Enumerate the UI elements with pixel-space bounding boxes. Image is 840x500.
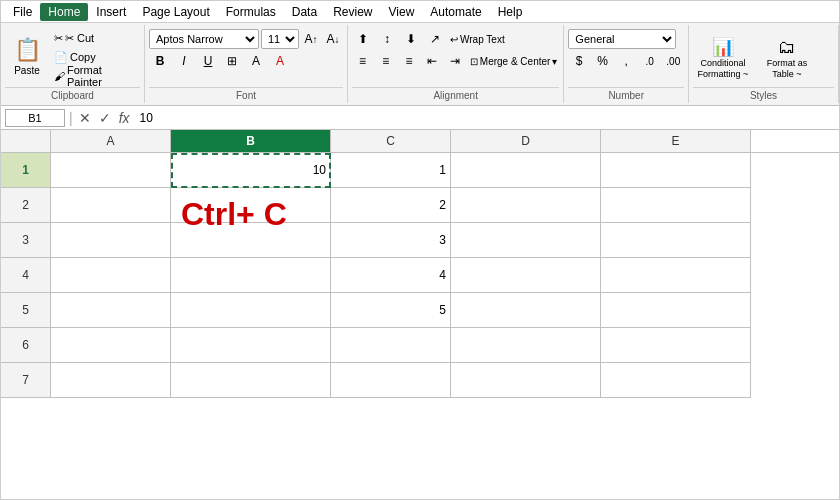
copy-icon: 📄 bbox=[54, 51, 68, 64]
currency-button[interactable]: $ bbox=[568, 51, 590, 71]
cut-button[interactable]: ✂ ✂ Cut bbox=[51, 29, 140, 47]
cell-d4[interactable] bbox=[451, 258, 601, 293]
fill-color-button[interactable]: A bbox=[245, 51, 267, 71]
ctrl-c-label: Ctrl+ C bbox=[181, 196, 287, 233]
cell-c4[interactable]: 4 bbox=[331, 258, 451, 293]
align-center-button[interactable]: ≡ bbox=[375, 51, 396, 71]
cell-reference-box[interactable] bbox=[5, 109, 65, 127]
menu-help[interactable]: Help bbox=[490, 3, 531, 21]
cell-a6[interactable] bbox=[51, 328, 171, 363]
decrease-decimal-button[interactable]: .0 bbox=[639, 51, 661, 71]
col-header-d[interactable]: D bbox=[451, 130, 601, 152]
menu-page-layout[interactable]: Page Layout bbox=[134, 3, 217, 21]
cell-a4[interactable] bbox=[51, 258, 171, 293]
col-header-b[interactable]: B bbox=[171, 130, 331, 152]
cell-a1[interactable] bbox=[51, 153, 171, 188]
menu-data[interactable]: Data bbox=[284, 3, 325, 21]
format-painter-button[interactable]: 🖌 Format Painter bbox=[51, 67, 140, 85]
cell-d1[interactable] bbox=[451, 153, 601, 188]
grid-row-4: 4 4 bbox=[1, 258, 839, 293]
cell-b6[interactable] bbox=[171, 328, 331, 363]
col-header-c[interactable]: C bbox=[331, 130, 451, 152]
cell-b4[interactable] bbox=[171, 258, 331, 293]
row-header-2[interactable]: 2 bbox=[1, 188, 51, 223]
font-select[interactable]: Aptos Narrow bbox=[149, 29, 259, 49]
cell-a3[interactable] bbox=[51, 223, 171, 258]
menu-formulas[interactable]: Formulas bbox=[218, 3, 284, 21]
cell-e3[interactable] bbox=[601, 223, 751, 258]
cell-e4[interactable] bbox=[601, 258, 751, 293]
cell-d6[interactable] bbox=[451, 328, 601, 363]
menu-file[interactable]: File bbox=[5, 3, 40, 21]
increase-decimal-button[interactable]: .00 bbox=[662, 51, 684, 71]
percent-button[interactable]: % bbox=[592, 51, 614, 71]
formula-separator: | bbox=[69, 110, 73, 126]
cell-b1[interactable]: 10 bbox=[171, 153, 331, 188]
row-header-1[interactable]: 1 bbox=[1, 153, 51, 188]
cell-b5[interactable] bbox=[171, 293, 331, 328]
decrease-font-size-button[interactable]: A↓ bbox=[323, 29, 343, 49]
cell-a5[interactable] bbox=[51, 293, 171, 328]
merge-center-button[interactable]: ⊡ Merge & Center ▾ bbox=[468, 52, 560, 70]
align-left-button[interactable]: ≡ bbox=[352, 51, 373, 71]
cell-d2[interactable] bbox=[451, 188, 601, 223]
formula-input[interactable] bbox=[136, 111, 835, 125]
align-middle-button[interactable]: ↕ bbox=[376, 29, 398, 49]
function-icon[interactable]: fx bbox=[117, 110, 132, 126]
format-as-table-button[interactable]: 🗂 Format asTable ~ bbox=[757, 29, 817, 87]
cell-b2[interactable]: Ctrl+ C bbox=[171, 188, 331, 223]
decrease-indent-button[interactable]: ⇤ bbox=[421, 51, 442, 71]
font-color-button[interactable]: A bbox=[269, 51, 291, 71]
cell-e5[interactable] bbox=[601, 293, 751, 328]
confirm-icon[interactable]: ✓ bbox=[97, 110, 113, 126]
menu-review[interactable]: Review bbox=[325, 3, 380, 21]
align-top-button[interactable]: ⬆ bbox=[352, 29, 374, 49]
increase-indent-button[interactable]: ⇥ bbox=[445, 51, 466, 71]
cell-c5[interactable]: 5 bbox=[331, 293, 451, 328]
align-bottom-button[interactable]: ⬇ bbox=[400, 29, 422, 49]
cell-a2[interactable] bbox=[51, 188, 171, 223]
format-as-table-label: Format asTable ~ bbox=[767, 58, 808, 80]
menu-insert[interactable]: Insert bbox=[88, 3, 134, 21]
col-header-e[interactable]: E bbox=[601, 130, 751, 152]
cell-c2-value: 2 bbox=[335, 198, 446, 212]
cell-c3[interactable]: 3 bbox=[331, 223, 451, 258]
cell-c7[interactable] bbox=[331, 363, 451, 398]
number-format-select[interactable]: General bbox=[568, 29, 676, 49]
cell-d5[interactable] bbox=[451, 293, 601, 328]
clipboard-group-label: Clipboard bbox=[5, 87, 140, 101]
cell-d3[interactable] bbox=[451, 223, 601, 258]
border-button[interactable]: ⊞ bbox=[221, 51, 243, 71]
cell-c2[interactable]: 2 bbox=[331, 188, 451, 223]
orientation-button[interactable]: ↗ bbox=[424, 29, 446, 49]
wrap-text-button[interactable]: ↩ Wrap Text bbox=[448, 30, 507, 48]
cell-c1[interactable]: 1 bbox=[331, 153, 451, 188]
menu-view[interactable]: View bbox=[381, 3, 423, 21]
comma-button[interactable]: , bbox=[615, 51, 637, 71]
bold-button[interactable]: B bbox=[149, 51, 171, 71]
col-header-a[interactable]: A bbox=[51, 130, 171, 152]
paste-button[interactable]: 📋 Paste bbox=[5, 27, 49, 85]
conditional-formatting-button[interactable]: 📊 ConditionalFormatting ~ bbox=[693, 29, 753, 87]
row-header-5[interactable]: 5 bbox=[1, 293, 51, 328]
row-header-3[interactable]: 3 bbox=[1, 223, 51, 258]
cancel-icon[interactable]: ✕ bbox=[77, 110, 93, 126]
align-right-button[interactable]: ≡ bbox=[398, 51, 419, 71]
row-header-4[interactable]: 4 bbox=[1, 258, 51, 293]
row-header-6[interactable]: 6 bbox=[1, 328, 51, 363]
row-header-7[interactable]: 7 bbox=[1, 363, 51, 398]
cell-a7[interactable] bbox=[51, 363, 171, 398]
cell-c6[interactable] bbox=[331, 328, 451, 363]
cell-d7[interactable] bbox=[451, 363, 601, 398]
menu-automate[interactable]: Automate bbox=[422, 3, 489, 21]
font-size-select[interactable]: 11 bbox=[261, 29, 299, 49]
increase-font-size-button[interactable]: A↑ bbox=[301, 29, 321, 49]
cell-e1[interactable] bbox=[601, 153, 751, 188]
underline-button[interactable]: U bbox=[197, 51, 219, 71]
menu-home[interactable]: Home bbox=[40, 3, 88, 21]
italic-button[interactable]: I bbox=[173, 51, 195, 71]
cell-b7[interactable] bbox=[171, 363, 331, 398]
cell-e7[interactable] bbox=[601, 363, 751, 398]
cell-e2[interactable] bbox=[601, 188, 751, 223]
cell-e6[interactable] bbox=[601, 328, 751, 363]
